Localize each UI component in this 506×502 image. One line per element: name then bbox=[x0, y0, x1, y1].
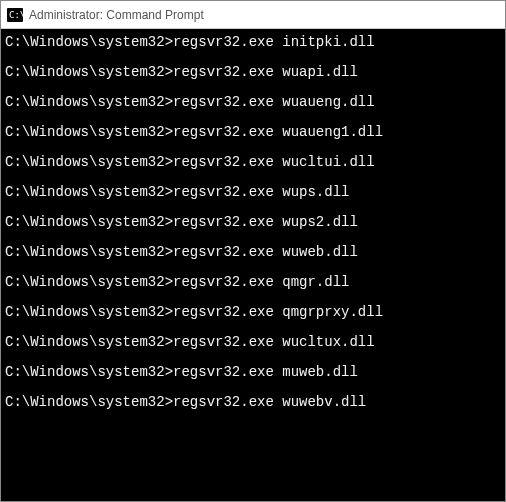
terminal-line: C:\Windows\system32>regsvr32.exe wucltux… bbox=[5, 335, 501, 349]
terminal-line: C:\Windows\system32>regsvr32.exe muweb.d… bbox=[5, 365, 501, 379]
window-title: Administrator: Command Prompt bbox=[29, 8, 204, 22]
titlebar[interactable]: C:\ Administrator: Command Prompt bbox=[1, 1, 505, 29]
terminal-line: C:\Windows\system32>regsvr32.exe qmgr.dl… bbox=[5, 275, 501, 289]
terminal-line: C:\Windows\system32>regsvr32.exe wuaueng… bbox=[5, 95, 501, 109]
terminal-line: C:\Windows\system32>regsvr32.exe wuweb.d… bbox=[5, 245, 501, 259]
command-prompt-icon: C:\ bbox=[7, 8, 23, 22]
terminal-line: C:\Windows\system32>regsvr32.exe qmgrprx… bbox=[5, 305, 501, 319]
terminal-output[interactable]: C:\Windows\system32>regsvr32.exe initpki… bbox=[1, 29, 505, 501]
command-prompt-window: C:\ Administrator: Command Prompt C:\Win… bbox=[0, 0, 506, 502]
terminal-line: C:\Windows\system32>regsvr32.exe wuwebv.… bbox=[5, 395, 501, 409]
svg-text:C:\: C:\ bbox=[9, 10, 23, 20]
terminal-line: C:\Windows\system32>regsvr32.exe wuapi.d… bbox=[5, 65, 501, 79]
terminal-line: C:\Windows\system32>regsvr32.exe initpki… bbox=[5, 35, 501, 49]
terminal-line: C:\Windows\system32>regsvr32.exe wuaueng… bbox=[5, 125, 501, 139]
terminal-line: C:\Windows\system32>regsvr32.exe wucltui… bbox=[5, 155, 501, 169]
terminal-line: C:\Windows\system32>regsvr32.exe wups.dl… bbox=[5, 185, 501, 199]
terminal-line: C:\Windows\system32>regsvr32.exe wups2.d… bbox=[5, 215, 501, 229]
